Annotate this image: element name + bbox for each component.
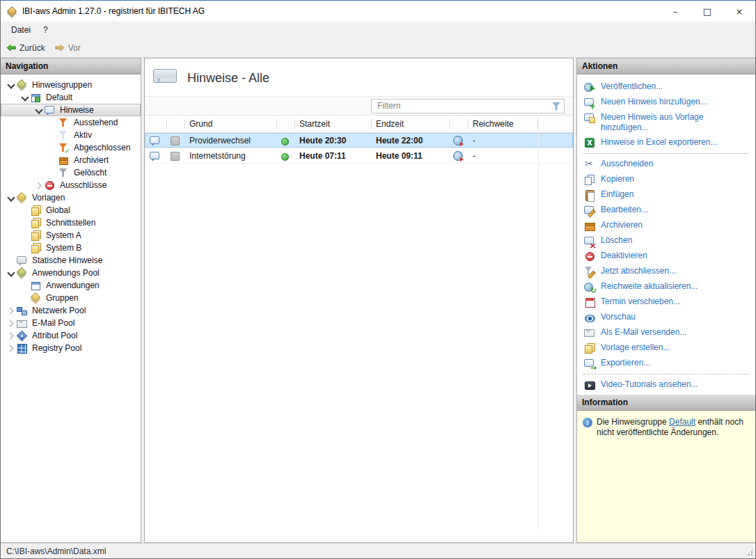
archive-box-icon: [584, 220, 595, 231]
action-exportieren[interactable]: Exportieren...: [577, 356, 755, 371]
col-header-reichweite[interactable]: Reichweite: [468, 116, 538, 132]
action-archivieren[interactable]: Archivieren: [577, 218, 755, 233]
chevron-right-icon[interactable]: [33, 180, 44, 191]
col-header-startzeit[interactable]: Startzeit: [295, 116, 372, 132]
menu-datei[interactable]: Datei: [5, 23, 37, 37]
action-jetzt-abschliessen[interactable]: Jetzt abschliessen...: [577, 264, 755, 279]
col-header-scope[interactable]: [450, 116, 468, 132]
table-row[interactable]: Internetstörung Heute 07:11 Heute 09:11 …: [145, 148, 573, 164]
exclusions-noentry-icon: [44, 180, 55, 191]
maximize-button[interactable]: □: [691, 1, 723, 22]
archive-box-icon: [58, 155, 69, 166]
close-button[interactable]: ×: [723, 1, 755, 22]
chevron-down-icon[interactable]: [5, 192, 16, 203]
action-deaktivieren[interactable]: Deaktivieren: [577, 249, 755, 264]
tree-item-anwendungs-pool[interactable]: Anwendungs Pool: [1, 267, 141, 279]
tree-item-default[interactable]: Default: [1, 91, 141, 104]
chevron-right-icon[interactable]: [5, 317, 16, 329]
col-header-state-icon[interactable]: [167, 116, 185, 132]
action-ausschneiden[interactable]: Ausschneiden: [577, 157, 755, 172]
tree-item-system-b[interactable]: System B: [1, 242, 141, 254]
status-path: C:\IBI-aws\Admin\Data.xml: [6, 546, 106, 556]
forward-button[interactable]: Vor: [55, 43, 81, 53]
actions-separator: [583, 153, 749, 154]
send-email-icon: [584, 327, 595, 338]
action-vorlage-erstellen[interactable]: Vorlage erstellen...: [577, 340, 755, 356]
action-loeschen[interactable]: Löschen: [577, 233, 755, 249]
copy-icon: [584, 174, 595, 185]
filter-completed-icon: [58, 142, 69, 153]
tree-indent-spacer: [19, 242, 30, 253]
tree-item-schnittstellen[interactable]: Schnittstellen: [1, 216, 141, 229]
table-grid-line: [538, 116, 539, 533]
status-green-dot-icon: [279, 135, 290, 146]
resize-grip-icon[interactable]: [745, 548, 754, 557]
action-als-email-versenden[interactable]: Als E-Mail versenden...: [577, 325, 755, 340]
cell-startzeit: Heute 07:11: [295, 151, 372, 161]
col-header-endzeit[interactable]: Endzeit: [372, 116, 450, 132]
tree-item-vorlagen[interactable]: Vorlagen: [1, 191, 141, 204]
col-header-type-icon[interactable]: [145, 116, 167, 132]
tree-item-geloescht[interactable]: Gelöscht: [1, 166, 141, 179]
action-vorschau[interactable]: Vorschau: [577, 310, 755, 325]
table-row[interactable]: Providerwechsel Heute 20:30 Heute 22:00 …: [145, 133, 573, 148]
action-neuen-hinweis-aus-vorlage[interactable]: Neuen Hinweis aus Vorlage hinzufügen...: [577, 110, 755, 135]
action-termin-verschieben[interactable]: Termin verschieben...: [577, 294, 755, 310]
state-square-icon: [169, 150, 180, 162]
action-reichweite-aktualisieren[interactable]: Reichweite aktualisieren...: [577, 279, 755, 294]
tree-item-gruppen[interactable]: Gruppen: [1, 292, 141, 304]
tree-item-ausstehend[interactable]: Ausstehend: [1, 116, 141, 129]
col-header-status[interactable]: [277, 116, 295, 132]
menu-help[interactable]: ?: [37, 23, 54, 37]
network-icon: [16, 305, 27, 316]
hint-bubble-icon: [44, 104, 55, 116]
default-group-link[interactable]: Default: [669, 417, 695, 427]
chevron-down-icon[interactable]: [19, 92, 30, 103]
actions-list: Veröffentlichen... Neuen Hinweis hinzufü…: [577, 74, 755, 395]
static-hint-bubble-icon: [16, 255, 27, 266]
tree-indent-spacer: [5, 255, 16, 266]
tree-item-ausschluesse[interactable]: Ausschlüsse: [1, 179, 141, 191]
tree-indent-spacer: [47, 117, 58, 128]
col-header-grund[interactable]: Grund: [185, 116, 277, 132]
tree-item-statische-hinweise[interactable]: Statische Hinweise: [1, 254, 141, 267]
tree-item-email-pool[interactable]: E-Mail Pool: [1, 317, 141, 329]
tree-item-abgeschlossen[interactable]: Abgeschlossen: [1, 141, 141, 154]
tree-item-registry-pool[interactable]: Registry Pool: [1, 342, 141, 354]
actions-header: Aktionen: [577, 58, 755, 74]
tree-indent-spacer: [47, 155, 58, 166]
action-neuen-hinweis-hinzufuegen[interactable]: Neuen Hinweis hinzufügen...: [577, 95, 755, 110]
tree-item-hinweisgruppen[interactable]: Hinweisgruppen: [1, 79, 141, 91]
navigation-panel: Navigation Hinweisgruppen Default Hinwei…: [1, 58, 141, 543]
tree-item-anwendungen[interactable]: Anwendungen: [1, 279, 141, 292]
cell-startzeit: Heute 20:30: [295, 136, 372, 145]
action-einfuegen[interactable]: Einfügen: [577, 187, 755, 203]
tree-item-aktiv[interactable]: Aktiv: [1, 129, 141, 141]
action-excel-exportieren[interactable]: Hinweise in Excel exportieren...: [577, 135, 755, 150]
action-veroeffentlichen[interactable]: Veröffentlichen...: [577, 79, 755, 95]
chevron-right-icon[interactable]: [5, 305, 16, 316]
chevron-right-icon[interactable]: [5, 330, 16, 341]
action-bearbeiten[interactable]: Bearbeiten...: [577, 203, 755, 218]
action-video-tutorials[interactable]: Video-Tutorials ansehen...: [577, 377, 755, 393]
filter-input[interactable]: [371, 99, 565, 113]
tree-item-attribut-pool[interactable]: Attribut Pool: [1, 329, 141, 342]
tree-item-archiviert[interactable]: Archiviert: [1, 154, 141, 166]
back-button[interactable]: Zurück: [6, 43, 45, 53]
actions-panel: Aktionen Veröffentlichen... Neuen Hinwei…: [576, 58, 755, 543]
tree-item-hinweise[interactable]: Hinweise: [1, 104, 141, 116]
chevron-right-icon[interactable]: [5, 343, 16, 354]
preview-eye-icon: [584, 312, 595, 323]
filter-active-icon: [58, 129, 69, 141]
col-header-filler: [538, 116, 573, 132]
minimize-button[interactable]: –: [659, 1, 691, 22]
chevron-down-icon[interactable]: [5, 79, 16, 90]
information-text: Die Hinweisgruppe Default enthält noch n…: [597, 417, 750, 438]
tree-item-system-a[interactable]: System A: [1, 229, 141, 242]
chevron-down-icon[interactable]: [5, 267, 16, 278]
chevron-down-icon[interactable]: [33, 104, 44, 116]
tree-item-global[interactable]: Global: [1, 204, 141, 216]
tree-item-netzwerk-pool[interactable]: Netzwerk Pool: [1, 304, 141, 317]
action-kopieren[interactable]: Kopieren: [577, 172, 755, 187]
status-green-dot-icon: [279, 150, 290, 162]
